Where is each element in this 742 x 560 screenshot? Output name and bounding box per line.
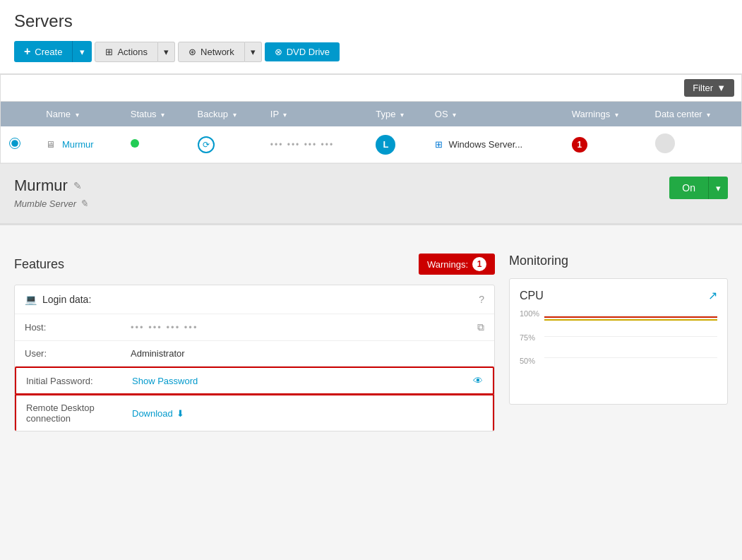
network-button-group: ⊛ Network ▾	[178, 42, 262, 62]
on-button[interactable]: On	[669, 177, 708, 199]
filter-icon: ▼	[717, 83, 726, 93]
col-datacenter[interactable]: Data center ▾	[647, 102, 742, 126]
actions-button[interactable]: ⊞ Actions	[95, 42, 158, 62]
row-ip-col: ••• ••• ••• •••	[262, 126, 368, 163]
network-button[interactable]: ⊛ Network	[178, 42, 245, 62]
monitoring-card: CPU ↗ 100% 75% 50%	[509, 278, 728, 405]
datacenter-indicator	[655, 133, 675, 153]
login-data-section: 💻 Login data: ? Host: ••• ••• ••• ••• ⧉ …	[14, 285, 495, 431]
actions-button-group: ⊞ Actions ▾	[95, 42, 175, 62]
os-sort-icon: ▾	[453, 111, 456, 119]
warnings-badge: Warnings: 1	[419, 254, 495, 275]
filter-button[interactable]: Filter ▼	[684, 79, 734, 97]
cpu-line-red	[544, 316, 717, 318]
toolbar: + Create ▾ ⊞ Actions ▾ ⊛ Network ▾	[14, 41, 728, 62]
warnings-label: Warnings:	[427, 259, 468, 270]
download-icon: ⬇	[176, 408, 184, 419]
backup-icon: ⟳	[198, 136, 215, 153]
row-name-col: 🖥 Murmur	[37, 126, 121, 163]
host-value: ••• ••• ••• •••	[131, 322, 477, 333]
login-data-header: 💻 Login data: ?	[15, 285, 494, 314]
col-status[interactable]: Status ▾	[122, 102, 189, 126]
features-title: Features	[14, 257, 64, 272]
name-sort-icon: ▾	[76, 111, 79, 119]
network-label: Network	[201, 47, 234, 57]
download-link[interactable]: Download ⬇	[132, 408, 184, 419]
type-sort-icon: ▾	[400, 111, 404, 119]
status-online-dot	[131, 139, 139, 148]
server-subtitle-text: Mumble Server	[14, 198, 76, 209]
create-label: Create	[35, 47, 62, 57]
cpu-line-yellow	[544, 319, 717, 321]
chevron-down-icon: ▾	[716, 183, 721, 193]
dvd-drive-button[interactable]: ⊗ DVD Drive	[265, 42, 340, 61]
servers-table: Name ▾ Status ▾ Backup ▾ IP ▾ Type ▾	[1, 102, 741, 163]
chart-grid-100	[544, 315, 717, 316]
features-panel-header: Features Warnings: 1	[14, 254, 495, 275]
server-detail-name: Murmur	[14, 177, 68, 195]
page-title: Servers	[14, 11, 728, 31]
create-dropdown-button[interactable]: ▾	[72, 41, 92, 62]
copy-icon[interactable]: ⧉	[477, 321, 484, 333]
col-backup[interactable]: Backup ▾	[189, 102, 262, 126]
os-label: Windows Server...	[448, 139, 522, 150]
table-row[interactable]: 🖥 Murmur ⟳ ••• ••• ••• ••• L ⊞ Windows	[1, 126, 741, 163]
dvd-icon: ⊗	[275, 47, 282, 57]
actions-dropdown-button[interactable]: ▾	[158, 42, 175, 62]
main-content: Features Warnings: 1 💻 Login data: ? Hos…	[0, 239, 742, 446]
col-type[interactable]: Type ▾	[367, 102, 426, 126]
chart-label-50: 50%	[520, 357, 535, 365]
row-backup-col: ⟳	[189, 126, 262, 163]
server-name-edit-icon[interactable]: ✎	[73, 180, 82, 191]
chevron-down-icon: ▾	[251, 47, 256, 57]
eye-icon[interactable]: 👁	[473, 375, 483, 386]
monitoring-title: Monitoring	[509, 254, 728, 268]
monitoring-panel: Monitoring CPU ↗ 100% 75% 50%	[509, 254, 728, 431]
datacenter-sort-icon: ▾	[707, 111, 710, 119]
filter-bar: Filter ▼	[1, 75, 741, 102]
server-name-link[interactable]: Murmur	[62, 139, 94, 150]
warnings-count: 1	[472, 257, 486, 271]
col-os[interactable]: OS ▾	[426, 102, 563, 126]
chart-label-75: 75%	[520, 333, 535, 342]
host-label: Host:	[25, 322, 131, 333]
actions-label: Actions	[117, 47, 148, 57]
login-data-icon: 💻	[25, 294, 37, 305]
help-icon[interactable]: ?	[479, 294, 484, 305]
create-button[interactable]: + Create	[14, 41, 72, 62]
chevron-down-icon: ▾	[164, 47, 169, 57]
server-detail-section: Murmur ✎ Mumble Server ✎ On ▾	[0, 164, 742, 225]
login-data-title: Login data:	[42, 294, 91, 305]
row-warnings-col: 1	[563, 126, 647, 163]
rdp-row: Remote Desktop connection Download ⬇	[15, 394, 494, 431]
server-subtitle-edit-icon[interactable]: ✎	[80, 198, 88, 209]
col-warnings[interactable]: Warnings ▾	[563, 102, 647, 126]
cpu-header: CPU ↗	[520, 289, 717, 302]
network-dropdown-button[interactable]: ▾	[245, 42, 262, 62]
rdp-label: Remote Desktop connection	[26, 403, 132, 424]
user-row: User: Administrator	[15, 341, 494, 367]
server-icon: 🖥	[46, 139, 55, 150]
chevron-down-icon: ▾	[80, 47, 85, 57]
col-name[interactable]: Name ▾	[37, 102, 121, 126]
plus-icon: +	[24, 45, 30, 58]
create-button-group: + Create ▾	[14, 41, 92, 62]
col-select	[1, 102, 37, 126]
col-ip[interactable]: IP ▾	[262, 102, 368, 126]
cpu-link-icon[interactable]: ↗	[708, 289, 717, 302]
warnings-sort-icon: ▾	[615, 111, 618, 119]
row-radio[interactable]	[9, 138, 20, 149]
status-sort-icon: ▾	[161, 111, 164, 119]
ip-sort-icon: ▾	[283, 111, 287, 119]
row-select-col[interactable]	[1, 126, 37, 163]
show-password-link[interactable]: Show Password	[132, 376, 198, 386]
servers-table-wrapper: Filter ▼ Name ▾ Status ▾ Backup ▾	[0, 74, 742, 164]
host-row: Host: ••• ••• ••• ••• ⧉	[15, 314, 494, 341]
chart-label-100: 100%	[520, 309, 539, 318]
user-value: Administrator	[131, 348, 484, 359]
row-datacenter-col	[647, 126, 742, 163]
features-panel: Features Warnings: 1 💻 Login data: ? Hos…	[14, 254, 495, 431]
user-label: User:	[25, 348, 131, 359]
on-dropdown-button[interactable]: ▾	[708, 177, 728, 199]
row-status-col	[122, 126, 189, 163]
